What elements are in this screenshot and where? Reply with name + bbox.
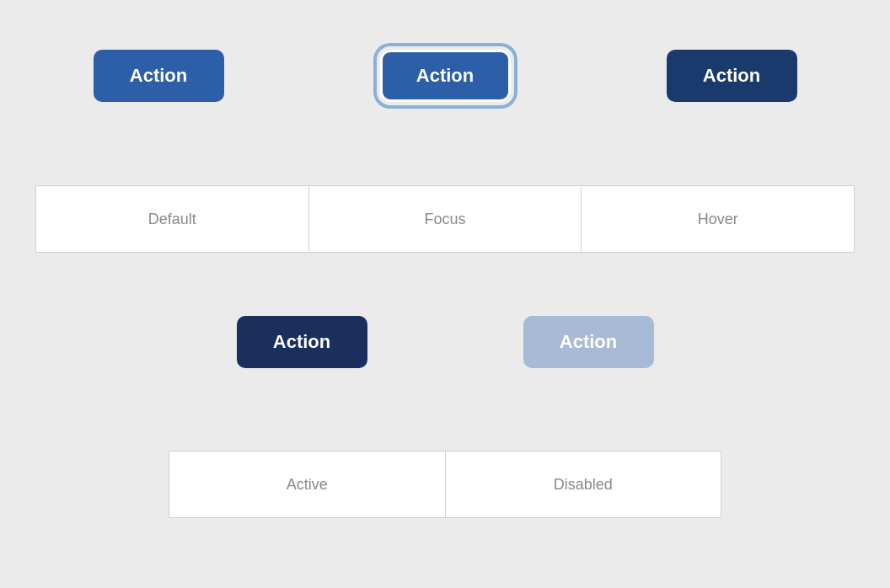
focus-button[interactable]: Action (380, 50, 511, 102)
col-active: Action (158, 316, 445, 368)
col-disabled: Action (445, 316, 732, 368)
hover-button[interactable]: Action (667, 50, 797, 102)
labels-row-2: Active Disabled (169, 451, 721, 518)
button-row-1: Action Action Action (0, 46, 890, 105)
active-button[interactable]: Action (237, 316, 367, 368)
disabled-button: Action (523, 316, 654, 368)
canvas: Action Action Action Default Focus Hover (0, 0, 890, 588)
label-hover: Hover (581, 185, 855, 253)
col-hover: Action (588, 50, 875, 102)
label-active: Active (169, 451, 445, 518)
default-button[interactable]: Action (94, 50, 224, 102)
label-disabled: Disabled (445, 451, 722, 518)
focus-ring: Action (377, 46, 514, 105)
label-default: Default (35, 185, 308, 253)
col-focus: Action (302, 46, 588, 105)
col-default: Action (15, 50, 302, 102)
labels-row-1: Default Focus Hover (35, 185, 855, 253)
label-focus: Focus (308, 185, 582, 253)
button-row-2: Action Action (0, 316, 890, 368)
